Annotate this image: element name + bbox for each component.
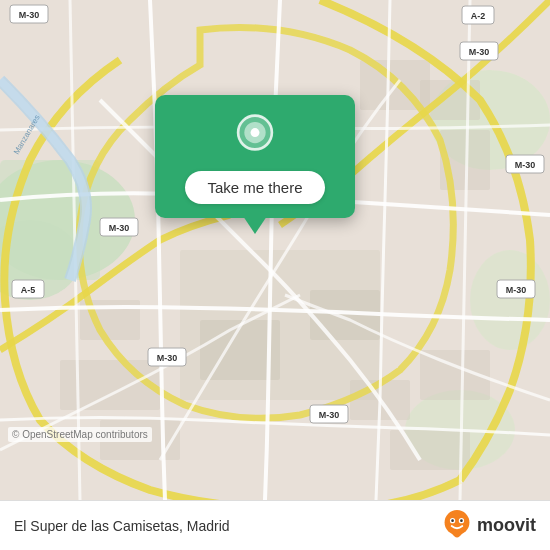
location-name: El Super de las Camisetas, Madrid: [14, 518, 230, 534]
map-container: M-30 M-30 M-30 M-30 M-30 M-30 M-30 A-5 A…: [0, 0, 550, 500]
svg-rect-15: [390, 430, 470, 470]
svg-text:M-30: M-30: [515, 160, 536, 170]
svg-text:M-30: M-30: [506, 285, 527, 295]
svg-text:M-30: M-30: [157, 353, 178, 363]
map-background: M-30 M-30 M-30 M-30 M-30 M-30 M-30 A-5 A…: [0, 0, 550, 500]
svg-text:M-30: M-30: [319, 410, 340, 420]
moovit-icon: [441, 510, 473, 542]
moovit-logo: moovit: [441, 510, 536, 542]
bottom-bar: El Super de las Camisetas, Madrid moovit: [0, 500, 550, 550]
svg-point-46: [460, 519, 463, 522]
location-info: El Super de las Camisetas, Madrid: [14, 518, 230, 534]
svg-point-42: [445, 510, 470, 535]
location-popup: Take me there: [155, 95, 355, 218]
copyright-text: © OpenStreetMap contributors: [8, 427, 152, 442]
svg-point-5: [470, 250, 550, 350]
svg-point-45: [451, 519, 454, 522]
take-me-there-button[interactable]: Take me there: [185, 171, 324, 204]
location-pin-icon: [231, 113, 279, 161]
svg-text:M-30: M-30: [109, 223, 130, 233]
svg-text:M-30: M-30: [19, 10, 40, 20]
svg-text:A-2: A-2: [471, 11, 486, 21]
svg-text:A-5: A-5: [21, 285, 36, 295]
svg-point-40: [251, 128, 260, 137]
moovit-brand-text: moovit: [477, 515, 536, 536]
svg-text:M-30: M-30: [469, 47, 490, 57]
